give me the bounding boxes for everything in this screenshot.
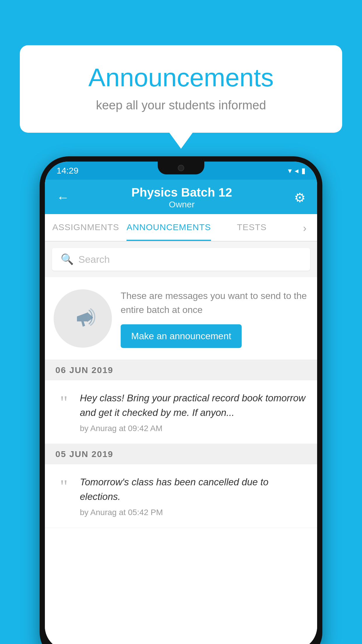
speech-bubble-card: Announcements keep all your students inf… — [20, 45, 342, 133]
quote-icon-1: " — [54, 391, 74, 412]
app-header: ← Physics Batch 12 Owner ⚙ — [45, 180, 317, 214]
phone-frame: 14:29 ▾ ◂ ▮ ← Physics Batch 12 Owner ⚙ — [40, 156, 322, 644]
header-title-group: Physics Batch 12 Owner — [131, 186, 232, 209]
back-button[interactable]: ← — [57, 190, 69, 205]
status-icons: ▾ ◂ ▮ — [288, 166, 305, 175]
header-subtitle: Owner — [131, 200, 232, 209]
announcement-item-1[interactable]: " Hey class! Bring your practical record… — [45, 380, 317, 444]
search-bar[interactable]: 🔍 Search — [52, 248, 310, 271]
header-row: ← Physics Batch 12 Owner ⚙ — [57, 186, 305, 214]
speech-bubble-section: Announcements keep all your students inf… — [20, 45, 342, 149]
date-separator-1: 06 JUN 2019 — [45, 360, 317, 380]
announcement-icon-circle — [54, 289, 112, 348]
make-announcement-button[interactable]: Make an announcement — [121, 324, 242, 348]
phone-notch — [158, 162, 204, 174]
speech-bubble-subtitle: keep all your students informed — [43, 98, 319, 112]
announcement-message-1: Hey class! Bring your practical record b… — [80, 391, 308, 420]
tab-tests[interactable]: TESTS — [211, 214, 293, 241]
search-icon: 🔍 — [61, 253, 74, 265]
announcement-empty-right: These are messages you want to send to t… — [121, 289, 308, 348]
announcement-empty-text: These are messages you want to send to t… — [121, 289, 308, 317]
date-separator-2: 05 JUN 2019 — [45, 444, 317, 464]
announcement-author-1: by Anurag at 09:42 AM — [80, 424, 308, 433]
speech-bubble-arrow — [169, 133, 193, 149]
announcement-message-2: Tomorrow's class has been cancelled due … — [80, 475, 308, 504]
phone-wrapper: 14:29 ▾ ◂ ▮ ← Physics Batch 12 Owner ⚙ — [40, 156, 322, 644]
search-container: 🔍 Search — [45, 242, 317, 277]
battery-icon: ▮ — [301, 166, 305, 175]
wifi-icon: ▾ — [288, 166, 292, 175]
tabs-bar: ASSIGNMENTS ANNOUNCEMENTS TESTS › — [45, 214, 317, 242]
tab-more[interactable]: › — [293, 214, 317, 241]
quote-icon-2: " — [54, 475, 74, 496]
announcement-content-2: Tomorrow's class has been cancelled due … — [80, 475, 308, 517]
announcement-author-2: by Anurag at 05:42 PM — [80, 508, 308, 517]
signal-icon: ◂ — [295, 166, 298, 175]
camera-dot — [178, 165, 184, 171]
header-title: Physics Batch 12 — [131, 186, 232, 200]
tab-announcements[interactable]: ANNOUNCEMENTS — [126, 214, 211, 241]
announcement-item-2[interactable]: " Tomorrow's class has been cancelled du… — [45, 464, 317, 528]
speech-bubble-title: Announcements — [43, 63, 319, 92]
megaphone-icon — [68, 304, 97, 333]
announcement-empty-state: These are messages you want to send to t… — [45, 277, 317, 360]
phone-screen: 14:29 ▾ ◂ ▮ ← Physics Batch 12 Owner ⚙ — [45, 162, 317, 644]
search-placeholder: Search — [78, 254, 110, 265]
settings-button[interactable]: ⚙ — [294, 190, 305, 205]
status-time: 14:29 — [57, 166, 78, 176]
tab-assignments[interactable]: ASSIGNMENTS — [45, 214, 126, 241]
announcement-content-1: Hey class! Bring your practical record b… — [80, 391, 308, 433]
content-area: 🔍 Search — [45, 242, 317, 644]
